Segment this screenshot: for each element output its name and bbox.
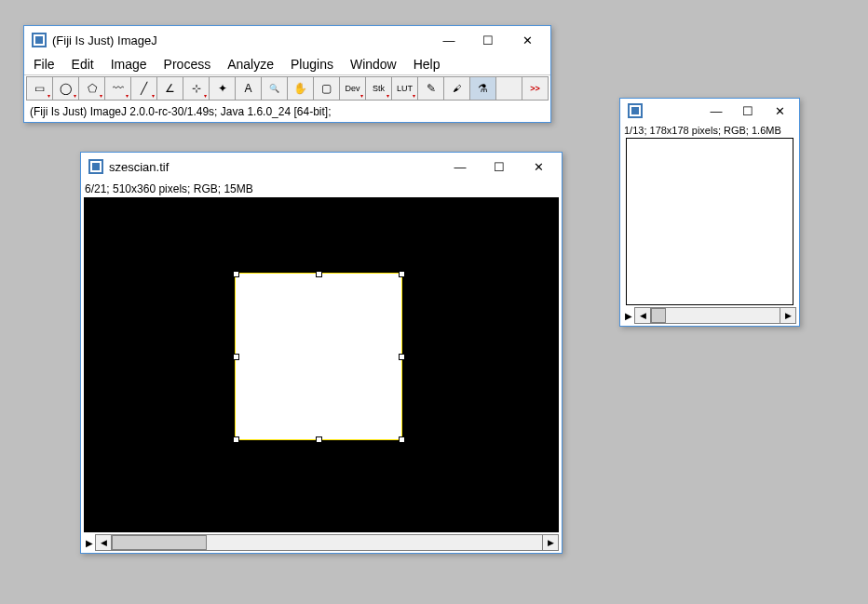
menu-window[interactable]: Window [346, 55, 400, 74]
img1-titlebar[interactable]: szescian.tif — ☐ ✕ [81, 153, 562, 181]
img1-content [84, 197, 559, 532]
play-icon[interactable]: ▶ [623, 311, 634, 321]
play-icon[interactable]: ▶ [84, 538, 95, 548]
pencil-tool-icon: ✎ [427, 82, 436, 95]
zoom-tool[interactable]: 🔍 [261, 76, 288, 101]
image-window-1: szescian.tif — ☐ ✕ 6/21; 510x360 pixels;… [80, 152, 563, 554]
slice-scrollbar[interactable]: ◀ ▶ [634, 307, 796, 324]
angle-tool-icon: ∠ [165, 82, 175, 95]
more-tools[interactable]: >> [522, 76, 549, 101]
scroll-right-icon[interactable]: ▶ [542, 535, 558, 550]
img2-canvas[interactable] [626, 138, 793, 305]
color-picker-icon: ▢ [321, 82, 332, 95]
menu-file[interactable]: File [30, 55, 59, 74]
handle-ne[interactable] [399, 271, 405, 277]
scroll-left-icon[interactable]: ◀ [635, 308, 651, 323]
handle-nw[interactable] [233, 271, 239, 277]
line-tool[interactable]: ╱▾ [130, 76, 157, 101]
point-tool[interactable]: ⊹▾ [183, 76, 210, 101]
main-titlebar[interactable]: (Fiji Is Just) ImageJ — ☐ ✕ [24, 26, 550, 54]
polygon-tool-icon: ⬠ [88, 82, 97, 95]
stk-menu-icon: Stk [373, 84, 385, 93]
handle-n[interactable] [316, 271, 322, 277]
pencil-tool[interactable]: ✎ [417, 76, 444, 101]
menu-help[interactable]: Help [410, 55, 444, 74]
text-tool-icon: A [244, 82, 251, 95]
menu-edit[interactable]: Edit [68, 55, 98, 74]
text-tool[interactable]: A [235, 76, 262, 101]
handle-e[interactable] [399, 354, 405, 360]
status-bar: (Fiji Is Just) ImageJ 2.0.0-rc-30/1.49s;… [24, 101, 550, 122]
menu-process[interactable]: Process [160, 55, 215, 74]
slice-scrollbar[interactable]: ◀ ▶ [95, 534, 559, 551]
minimize-button[interactable]: — [700, 99, 732, 123]
angle-tool[interactable]: ∠ [156, 76, 183, 101]
rectangle-tool[interactable]: ▭▾ [26, 76, 53, 101]
freehand-tool-icon: 〰 [113, 82, 124, 95]
window-buttons: — ☐ ✕ [441, 154, 558, 179]
app-icon [628, 103, 643, 118]
scroll-right-icon[interactable]: ▶ [780, 308, 795, 323]
more-indicator-icon: ▾ [360, 92, 363, 99]
hand-tool[interactable]: ✋ [287, 76, 314, 101]
svg-rect-1 [35, 36, 43, 44]
maximize-button[interactable]: ☐ [480, 154, 519, 179]
polygon-tool[interactable]: ⬠▾ [78, 76, 105, 101]
flood-tool[interactable]: ⚗ [469, 76, 496, 101]
more-indicator-icon: ▾ [74, 92, 76, 99]
freehand-tool[interactable]: 〰▾ [104, 76, 131, 101]
maximize-button[interactable]: ☐ [732, 99, 764, 123]
img2-titlebar[interactable]: — ☐ ✕ [620, 99, 799, 123]
img1-title: szescian.tif [109, 160, 441, 174]
menu-image[interactable]: Image [107, 55, 151, 74]
lut-menu[interactable]: LUT▾ [391, 76, 418, 101]
rectangle-selection[interactable] [235, 273, 402, 440]
close-button[interactable]: ✕ [764, 99, 795, 123]
app-icon [32, 33, 47, 47]
zoom-tool-icon: 🔍 [269, 84, 279, 93]
img1-slice-scrollbar: ▶ ◀ ▶ [81, 532, 562, 553]
handle-sw[interactable] [233, 436, 239, 443]
toolbar: ▭▾◯▾⬠▾〰▾╱▾∠⊹▾✦A🔍✋▢Dev▾Stk▾LUT▾✎🖌⚗>> [24, 74, 550, 101]
oval-tool-icon: ◯ [60, 82, 72, 95]
app-icon [88, 159, 103, 174]
flood-tool-icon: ⚗ [478, 82, 488, 95]
svg-rect-3 [92, 163, 100, 170]
scroll-thumb[interactable] [651, 308, 666, 323]
line-tool-icon: ╱ [141, 82, 147, 95]
menu-plugins[interactable]: Plugins [287, 55, 337, 74]
more-indicator-icon: ▾ [413, 92, 415, 99]
handle-s[interactable] [316, 436, 322, 443]
wand-tool[interactable]: ✦ [209, 76, 236, 101]
close-button[interactable]: ✕ [519, 154, 558, 179]
more-indicator-icon: ▾ [126, 92, 129, 99]
scroll-thumb[interactable] [112, 535, 207, 550]
img2-info: 1/13; 178x178 pixels; RGB; 1.6MB [620, 123, 799, 138]
dev-menu[interactable]: Dev▾ [339, 76, 366, 101]
close-button[interactable]: ✕ [508, 28, 547, 52]
color-picker[interactable]: ▢ [313, 76, 340, 101]
window-buttons: — ☐ ✕ [429, 28, 547, 52]
dev-menu-icon: Dev [345, 84, 359, 93]
img1-canvas[interactable] [84, 197, 559, 532]
more-indicator-icon: ▾ [387, 92, 389, 99]
img2-slice-scrollbar: ▶ ◀ ▶ [620, 305, 799, 326]
brush-tool[interactable]: 🖌 [443, 76, 470, 101]
more-indicator-icon: ▾ [204, 92, 207, 99]
svg-rect-5 [631, 107, 639, 114]
more-indicator-icon: ▾ [100, 92, 102, 99]
maximize-button[interactable]: ☐ [468, 28, 508, 52]
lut-menu-icon: LUT [397, 84, 413, 93]
handle-se[interactable] [399, 436, 405, 443]
more-indicator-icon: ▾ [152, 92, 155, 99]
stk-menu[interactable]: Stk▾ [365, 76, 392, 101]
handle-w[interactable] [233, 354, 239, 360]
oval-tool[interactable]: ◯▾ [52, 76, 79, 101]
hand-tool-icon: ✋ [293, 82, 307, 95]
scroll-left-icon[interactable]: ◀ [96, 535, 112, 550]
minimize-button[interactable]: — [441, 154, 480, 179]
minimize-button[interactable]: — [429, 28, 468, 52]
image-window-2: — ☐ ✕ 1/13; 178x178 pixels; RGB; 1.6MB ▶… [619, 98, 800, 327]
spacer[interactable] [495, 76, 522, 101]
menu-analyze[interactable]: Analyze [224, 55, 278, 74]
